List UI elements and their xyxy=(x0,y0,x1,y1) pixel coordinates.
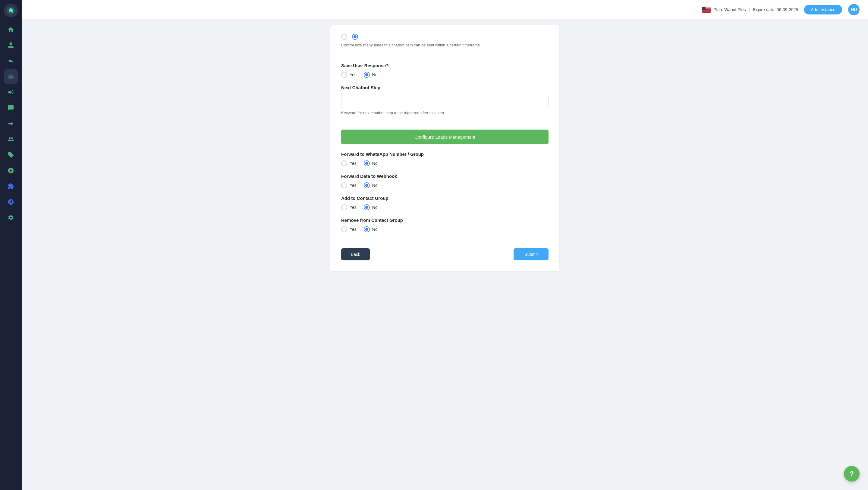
save-user-response-label: Save User Response? xyxy=(341,63,549,68)
svg-point-2 xyxy=(10,10,11,11)
save-user-response-yes-label: Yes xyxy=(350,72,356,77)
next-chatbot-step-hint: Keyword for next chatbot step to be trig… xyxy=(341,111,549,115)
add-contact-group-no-option[interactable]: No xyxy=(364,204,378,210)
expire-text: Expire date: 06-09-2025 xyxy=(753,7,798,12)
next-chatbot-step-label: Next Chatbot Step xyxy=(341,85,549,90)
next-chatbot-step-section: Next Chatbot Step Keyword for next chatb… xyxy=(341,85,549,115)
svg-rect-20 xyxy=(702,10,711,11)
add-contact-group-radio-group: Yes No xyxy=(341,204,549,210)
save-user-response-yes-radio[interactable] xyxy=(341,72,347,78)
sidebar xyxy=(0,0,22,490)
svg-point-6 xyxy=(11,76,12,78)
forward-webhook-no-radio[interactable] xyxy=(364,182,370,188)
forward-webhook-yes-option[interactable]: Yes xyxy=(341,182,356,188)
add-contact-group-label: Add to Contact Group xyxy=(341,195,549,201)
add-contact-group-yes-radio[interactable] xyxy=(341,204,347,210)
plan-text: Plan: Wabot Plus xyxy=(714,7,746,12)
remove-contact-group-label: Remove from Contact Group xyxy=(341,218,549,223)
save-user-response-radio-group: Yes No xyxy=(341,72,549,78)
remove-contact-group-section: Remove from Contact Group Yes No xyxy=(341,218,549,232)
svg-rect-24 xyxy=(702,7,706,10)
sidebar-item-tags[interactable] xyxy=(4,148,18,162)
sidebar-item-settings[interactable] xyxy=(4,210,18,225)
remove-contact-group-radio-group: Yes No xyxy=(341,226,549,232)
forward-whatsapp-no-radio[interactable] xyxy=(364,160,370,166)
sidebar-item-campaign[interactable] xyxy=(4,85,18,99)
sidebar-item-integrations[interactable] xyxy=(4,179,18,193)
save-user-response-no-label: No xyxy=(372,72,378,77)
remove-contact-group-no-label: No xyxy=(372,227,378,232)
forward-whatsapp-no-label: No xyxy=(372,161,378,166)
sidebar-item-reply[interactable] xyxy=(4,54,18,68)
actions-bar: Back Submit xyxy=(341,242,549,261)
save-user-response-no-radio[interactable] xyxy=(364,72,370,78)
sidebar-item-forward[interactable] xyxy=(4,116,18,131)
add-contact-group-no-label: No xyxy=(372,205,378,210)
svg-point-3 xyxy=(11,10,12,11)
add-contact-group-yes-option[interactable]: Yes xyxy=(341,204,356,210)
save-user-response-yes-option[interactable]: Yes xyxy=(341,72,356,78)
forward-whatsapp-no-option[interactable]: No xyxy=(364,160,378,166)
header: Plan: Wabot Plus | Expire date: 06-09-20… xyxy=(22,0,868,19)
svg-rect-19 xyxy=(702,10,711,11)
top-radio-on[interactable] xyxy=(352,34,358,40)
main-wrapper: Plan: Wabot Plus | Expire date: 06-09-20… xyxy=(22,0,868,490)
forward-webhook-radio-group: Yes No xyxy=(341,182,549,188)
sidebar-logo[interactable] xyxy=(4,4,18,18)
help-button[interactable]: ? xyxy=(844,466,860,482)
remove-contact-group-yes-label: Yes xyxy=(350,227,356,232)
forward-whatsapp-label: Forward to WhatsApp Number / Group xyxy=(341,152,549,157)
svg-point-8 xyxy=(10,73,11,74)
svg-rect-4 xyxy=(8,75,13,79)
top-hint-text: Control how many times this chatbot item… xyxy=(341,43,549,47)
svg-point-5 xyxy=(9,76,10,78)
sidebar-item-bot[interactable] xyxy=(4,69,18,84)
forward-whatsapp-yes-option[interactable]: Yes xyxy=(341,160,356,166)
sidebar-item-contacts[interactable] xyxy=(4,38,18,53)
flag-icon xyxy=(702,7,711,13)
save-user-response-no-option[interactable]: No xyxy=(364,72,378,78)
forward-webhook-section: Forward Data to Webhook Yes No xyxy=(341,174,549,188)
svg-point-1 xyxy=(10,10,10,11)
sidebar-item-team[interactable] xyxy=(4,132,18,147)
sidebar-item-groups[interactable] xyxy=(4,163,18,178)
svg-rect-21 xyxy=(702,11,711,12)
remove-contact-group-yes-option[interactable]: Yes xyxy=(341,226,356,232)
svg-rect-23 xyxy=(702,12,711,13)
forward-webhook-label: Forward Data to Webhook xyxy=(341,174,549,179)
remove-contact-group-yes-radio[interactable] xyxy=(341,226,347,232)
avatar[interactable]: NU xyxy=(848,4,860,16)
svg-rect-22 xyxy=(702,11,711,12)
save-user-response-section: Save User Response? Yes No xyxy=(341,63,549,78)
submit-button[interactable]: Submit xyxy=(514,248,549,261)
add-contact-group-yes-label: Yes xyxy=(350,205,356,210)
content-area: Control how many times this chatbot item… xyxy=(22,19,868,490)
form-container: Control how many times this chatbot item… xyxy=(330,25,559,271)
sidebar-item-analytics[interactable] xyxy=(4,195,18,209)
configure-leads-management-button[interactable]: Configure Leads Management xyxy=(341,130,549,144)
remove-contact-group-no-radio[interactable] xyxy=(364,226,370,232)
add-instance-button[interactable]: Add Instance xyxy=(804,5,842,14)
header-divider: | xyxy=(749,7,750,12)
help-icon: ? xyxy=(849,470,854,478)
top-toggle-row xyxy=(341,34,549,40)
top-section: Control how many times this chatbot item… xyxy=(341,34,549,58)
next-chatbot-step-input[interactable] xyxy=(341,94,549,108)
forward-whatsapp-yes-label: Yes xyxy=(350,161,356,166)
forward-webhook-no-option[interactable]: No xyxy=(364,182,378,188)
forward-webhook-yes-radio[interactable] xyxy=(341,182,347,188)
header-plan: Plan: Wabot Plus | Expire date: 06-09-20… xyxy=(702,7,798,13)
top-radio-off[interactable] xyxy=(341,34,347,40)
forward-whatsapp-yes-radio[interactable] xyxy=(341,160,347,166)
back-button[interactable]: Back xyxy=(341,248,370,261)
forward-webhook-yes-label: Yes xyxy=(350,183,356,188)
forward-whatsapp-section: Forward to WhatsApp Number / Group Yes N… xyxy=(341,152,549,166)
forward-webhook-no-label: No xyxy=(372,183,378,188)
add-contact-group-section: Add to Contact Group Yes No xyxy=(341,195,549,210)
forward-whatsapp-radio-group: Yes No xyxy=(341,160,549,166)
remove-contact-group-no-option[interactable]: No xyxy=(364,226,378,232)
sidebar-item-home[interactable] xyxy=(4,22,18,37)
svg-rect-18 xyxy=(702,10,711,10)
sidebar-item-chat[interactable] xyxy=(4,101,18,115)
add-contact-group-no-radio[interactable] xyxy=(364,204,370,210)
